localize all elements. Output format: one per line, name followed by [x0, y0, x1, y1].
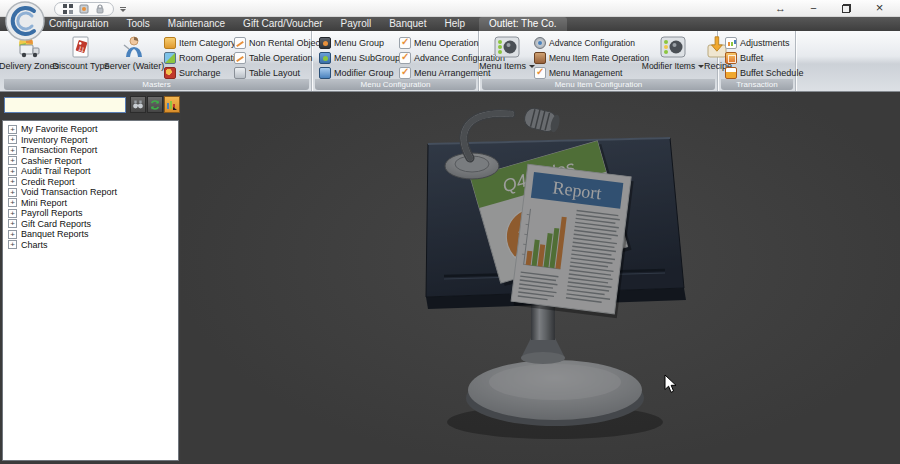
- room-operation-icon: [164, 52, 176, 64]
- server-waiter-button[interactable]: Server (Waiter): [106, 33, 162, 71]
- expand-icon[interactable]: [8, 135, 17, 144]
- tree-item-charts[interactable]: Charts: [3, 240, 178, 251]
- binoculars-icon: [132, 100, 144, 110]
- ribbon-group-masters: Delivery Zones 11 Discount Type: [2, 31, 312, 91]
- menu-arrangement-button[interactable]: Menu Arrangement: [397, 65, 479, 80]
- advance-configuration-icon: [399, 52, 411, 64]
- tree-options-button[interactable]: [164, 96, 180, 113]
- window-close-button[interactable]: ×: [863, 0, 896, 16]
- menu-payroll[interactable]: Payroll: [332, 17, 381, 31]
- item-category-icon: [164, 37, 176, 49]
- window-minimize-button[interactable]: −: [797, 0, 830, 16]
- expand-icon[interactable]: [8, 230, 17, 239]
- qat-grid-icon[interactable]: [63, 4, 73, 14]
- menu-configuration[interactable]: Configuration: [40, 17, 117, 31]
- menu-management-button[interactable]: Menu Management: [532, 65, 644, 80]
- menu-operation-button[interactable]: Menu Operation: [397, 35, 479, 50]
- modifier-items-icon: [660, 34, 686, 59]
- expand-icon[interactable]: [8, 167, 17, 176]
- tree-item-credit-report[interactable]: Credit Report: [3, 177, 178, 188]
- expand-icon[interactable]: [8, 146, 17, 155]
- buffet-button[interactable]: Buffet: [723, 50, 795, 65]
- report-tree: My Favorite Report Inventory Report Tran…: [2, 120, 179, 461]
- table-operation-button[interactable]: Table Operation: [232, 50, 312, 65]
- discount-type-button[interactable]: 11 Discount Type: [56, 33, 106, 71]
- group-caption-menu-configuration: Menu Configuration: [315, 79, 476, 90]
- tab-outlet-active[interactable]: Outlet: The Co.: [479, 17, 567, 31]
- content-area: Q4 Sales 15% 24% Report: [181, 92, 900, 464]
- report-search-input[interactable]: [4, 97, 126, 113]
- menu-arrangement-icon: [399, 67, 411, 79]
- buffet-schedule-icon: [725, 67, 737, 79]
- app-logo-icon[interactable]: [5, 1, 45, 41]
- modifier-items-button[interactable]: Modifier Items: [644, 33, 702, 71]
- non-rental-object-button[interactable]: Non Rental Object: [232, 35, 312, 50]
- item-category-button[interactable]: Item Category: [162, 35, 232, 50]
- tree-item-my-favorite-report[interactable]: My Favorite Report: [3, 124, 178, 135]
- menu-group-icon: [319, 37, 331, 49]
- expand-icon[interactable]: [8, 198, 17, 207]
- app-window: ↔ − × Configuration Tools Maintenance Gi…: [0, 0, 900, 464]
- expand-icon[interactable]: [8, 209, 17, 218]
- expand-icon[interactable]: [8, 240, 17, 249]
- collapse-tree-icon: [166, 99, 178, 111]
- tree-item-void-transaction-report[interactable]: Void Transaction Report: [3, 187, 178, 198]
- tree-item-banquet-reports[interactable]: Banquet Reports: [3, 229, 178, 240]
- tree-item-cashier-report[interactable]: Cashier Report: [3, 156, 178, 167]
- expand-icon[interactable]: [8, 177, 17, 186]
- discount-type-icon: 11: [68, 34, 94, 59]
- qat-sync-icon[interactable]: [79, 4, 89, 14]
- qat-customize-dropdown[interactable]: [118, 7, 128, 12]
- expand-icon[interactable]: [8, 125, 17, 134]
- table-layout-button[interactable]: Table Layout: [232, 65, 312, 80]
- adjustments-button[interactable]: Adjustments: [723, 35, 795, 50]
- table-layout-icon: [234, 67, 246, 79]
- tree-item-payroll-reports[interactable]: Payroll Reports: [3, 208, 178, 219]
- tree-item-transaction-report[interactable]: Transaction Report: [3, 145, 178, 156]
- qat-lock-icon[interactable]: [95, 4, 105, 14]
- menu-item-rate-operation-button[interactable]: Menu Item Rate Operation: [532, 50, 644, 65]
- refresh-button[interactable]: [147, 96, 163, 113]
- tree-item-inventory-report[interactable]: Inventory Report: [3, 135, 178, 146]
- menu-tools[interactable]: Tools: [117, 17, 158, 31]
- restore-icon: [842, 4, 851, 13]
- adjustments-icon: [725, 37, 737, 49]
- find-button[interactable]: [130, 96, 146, 113]
- mic-advance-configuration-icon: [534, 37, 546, 49]
- ribbon-group-menu-item-configuration: Menu Items Advance Configuration Menu It…: [480, 31, 718, 91]
- menu-item-rate-operation-icon: [534, 52, 546, 64]
- podium-illustration: Q4 Sales 15% 24% Report: [181, 92, 900, 464]
- expand-icon[interactable]: [8, 156, 17, 165]
- menu-items-button[interactable]: Menu Items: [482, 33, 532, 71]
- menu-maintenance[interactable]: Maintenance: [159, 17, 234, 31]
- surcharge-button[interactable]: Surcharge: [162, 65, 232, 80]
- tree-item-mini-report[interactable]: Mini Report: [3, 198, 178, 209]
- menu-items-icon: [494, 34, 520, 59]
- room-operation-button[interactable]: Room Operation: [162, 50, 232, 65]
- menu-subgroup-button[interactable]: Menu SubGroup: [317, 50, 397, 65]
- advance-configuration-button[interactable]: Advance Configuration: [397, 50, 479, 65]
- menu-gift-card-voucher[interactable]: Gift Card/Voucher: [234, 17, 331, 31]
- group-caption-menu-item-configuration: Menu Item Configuration: [482, 79, 715, 90]
- menu-group-button[interactable]: Menu Group: [317, 35, 397, 50]
- expand-icon[interactable]: [8, 219, 17, 228]
- ribbon-group-menu-configuration: Menu Group Menu SubGroup Modifier Group …: [313, 31, 479, 91]
- menu-banquet[interactable]: Banquet: [380, 17, 435, 31]
- expand-icon[interactable]: [8, 188, 17, 197]
- refresh-icon: [149, 99, 161, 111]
- window-restore-button[interactable]: [830, 0, 863, 16]
- group-caption-transaction: Transaction: [721, 79, 793, 90]
- server-waiter-icon: [121, 34, 147, 59]
- menu-help[interactable]: Help: [435, 17, 474, 31]
- modifier-group-icon: [319, 67, 331, 79]
- tree-item-audit-trail-report[interactable]: Audit Trail Report: [3, 166, 178, 177]
- buffet-schedule-button[interactable]: Buffet Schedule: [723, 65, 795, 80]
- mic-advance-configuration-button[interactable]: Advance Configuration: [532, 35, 644, 50]
- menu-operation-icon: [399, 37, 411, 49]
- tree-item-gift-card-reports[interactable]: Gift Card Reports: [3, 219, 178, 230]
- surcharge-icon: [164, 67, 176, 79]
- ribbon: Delivery Zones 11 Discount Type: [0, 31, 900, 92]
- window-resize-button[interactable]: ↔: [764, 0, 797, 16]
- quick-access-toolbar: [54, 2, 128, 16]
- modifier-group-button[interactable]: Modifier Group: [317, 65, 397, 80]
